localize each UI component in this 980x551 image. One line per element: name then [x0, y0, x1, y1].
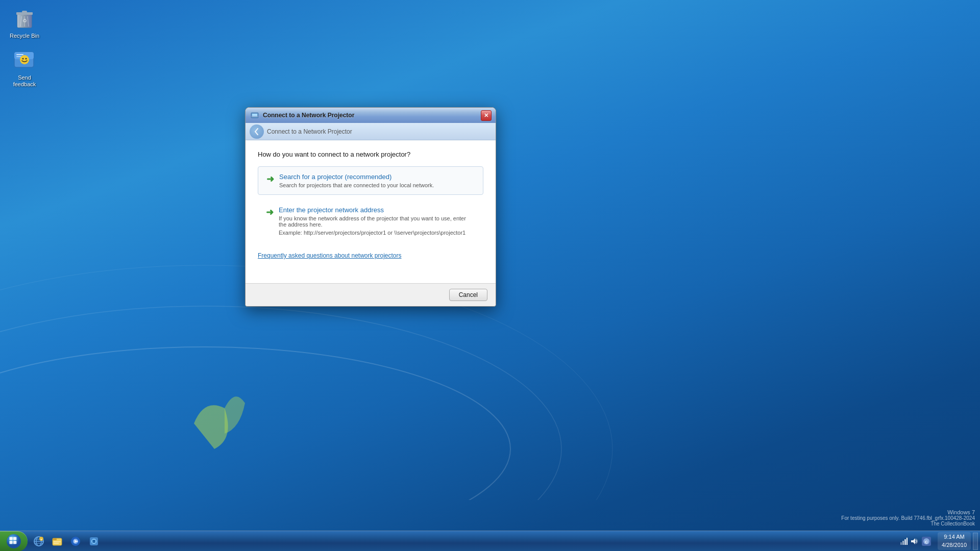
network-tray-icon[interactable] — [900, 537, 908, 545]
svg-rect-42 — [92, 540, 95, 543]
recycle-bin-icon[interactable]: ♻ Recycle Bin — [4, 4, 45, 41]
search-option-arrow: ➜ — [266, 173, 274, 185]
svg-rect-43 — [900, 542, 902, 545]
svg-rect-25 — [13, 540, 16, 543]
dialog-title-text: Connect to a Network Projector — [263, 112, 481, 119]
dialog-footer: Cancel — [246, 283, 496, 306]
cancel-button[interactable]: Cancel — [449, 289, 487, 301]
watermark-line1: Windows 7 — [841, 509, 975, 515]
dialog-titlebar: Connect to a Network Projector ✕ — [246, 108, 496, 123]
send-feedback-image — [12, 48, 37, 72]
svg-rect-17 — [16, 56, 21, 57]
taskbar-media-button[interactable] — [67, 533, 84, 550]
dialog-nav-bar: Connect to a Network Projector — [246, 123, 496, 140]
start-button[interactable] — [0, 531, 28, 552]
show-desktop-button[interactable] — [973, 533, 978, 550]
svg-text:e: e — [41, 538, 42, 541]
svg-text:♻: ♻ — [22, 18, 27, 23]
nav-back-button[interactable] — [250, 124, 264, 139]
taskbar-explorer-button[interactable] — [48, 533, 66, 550]
svg-marker-47 — [911, 538, 915, 544]
taskbar-right: C 9:14 AM 4/28/2010 — [895, 531, 980, 551]
nav-title: Connect to a Network Projector — [267, 128, 352, 135]
collector-tray-icon[interactable]: C — [920, 535, 933, 547]
clock-date: 4/28/2010 — [942, 541, 967, 549]
svg-rect-16 — [16, 54, 23, 55]
enter-address-desc: If you know the network address of the p… — [279, 215, 475, 228]
taskbar: e — [0, 531, 980, 551]
faq-link[interactable]: Frequently asked questions about network… — [258, 252, 483, 259]
taskbar-app-button[interactable] — [85, 533, 103, 550]
watermark-line3: The CollectionBook — [841, 521, 975, 527]
dialog-content: How do you want to connect to a network … — [246, 140, 496, 283]
taskbar-ie-button[interactable]: e — [30, 533, 47, 550]
clock-time: 9:14 AM — [942, 533, 967, 541]
svg-text:C: C — [925, 540, 928, 544]
svg-rect-44 — [902, 541, 904, 545]
connect-network-projector-dialog: Connect to a Network Projector ✕ Connect… — [245, 107, 496, 307]
svg-rect-24 — [9, 540, 12, 543]
svg-rect-20 — [251, 116, 259, 117]
watermark-line2: For testing purposes only. Build 7746.fb… — [841, 515, 975, 521]
enter-address-arrow: ➜ — [266, 207, 274, 218]
svg-rect-6 — [22, 11, 27, 13]
search-option-desc: Search for projectors that are connected… — [279, 182, 434, 188]
svg-rect-36 — [54, 543, 59, 544]
svg-rect-46 — [906, 538, 908, 545]
svg-point-15 — [26, 58, 27, 60]
enter-address-title: Enter the projector network address — [279, 206, 475, 214]
svg-rect-34 — [53, 538, 57, 540]
search-projector-option[interactable]: ➜ Search for a projector (recommended) S… — [258, 166, 483, 195]
svg-point-1 — [0, 306, 561, 500]
volume-tray-icon[interactable] — [910, 537, 918, 545]
clock[interactable]: 9:14 AM 4/28/2010 — [938, 532, 971, 550]
svg-rect-23 — [13, 537, 16, 540]
recycle-bin-image: ♻ — [12, 6, 37, 31]
search-option-content: Search for a projector (recommended) Sea… — [279, 173, 434, 188]
dialog-question: How do you want to connect to a network … — [258, 151, 483, 158]
svg-point-0 — [0, 347, 510, 500]
dialog-title-icon — [250, 110, 260, 120]
send-feedback-label: Send feedback — [6, 74, 43, 88]
dialog-close-button[interactable]: ✕ — [481, 110, 492, 121]
send-feedback-icon[interactable]: Send feedback — [4, 46, 45, 90]
enter-address-example: Example: http://server/projectors/projec… — [279, 230, 475, 236]
recycle-bin-label: Recycle Bin — [10, 33, 39, 39]
svg-rect-22 — [9, 537, 12, 540]
svg-rect-45 — [904, 539, 906, 545]
search-option-title: Search for a projector (recommended) — [279, 173, 434, 181]
enter-address-option[interactable]: ➜ Enter the projector network address If… — [258, 200, 483, 242]
enter-address-content: Enter the projector network address If y… — [279, 206, 475, 236]
svg-rect-35 — [54, 541, 61, 542]
system-tray: C — [895, 531, 938, 551]
svg-point-14 — [22, 58, 24, 60]
watermark: Windows 7 For testing purposes only. Bui… — [841, 509, 975, 527]
